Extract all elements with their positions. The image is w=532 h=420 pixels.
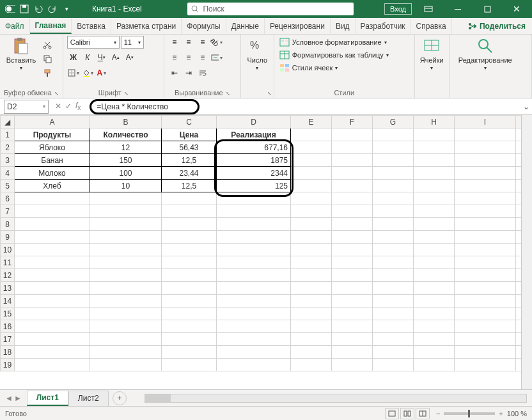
- cell[interactable]: [15, 231, 90, 244]
- cell[interactable]: [15, 269, 90, 282]
- cell[interactable]: [90, 269, 162, 282]
- cell[interactable]: [373, 231, 414, 244]
- cell[interactable]: [90, 256, 162, 269]
- undo-icon[interactable]: [33, 4, 43, 14]
- row-header[interactable]: 13: [1, 282, 15, 295]
- cell[interactable]: [217, 205, 291, 218]
- cell[interactable]: [332, 141, 373, 154]
- cell[interactable]: [162, 333, 217, 346]
- row-header[interactable]: 6: [1, 192, 15, 205]
- cell[interactable]: [291, 167, 332, 180]
- conditional-format-button[interactable]: Условное форматирование▾: [278, 37, 388, 47]
- cell[interactable]: 2344: [217, 167, 291, 180]
- cell[interactable]: [291, 192, 332, 205]
- cell[interactable]: [332, 269, 373, 282]
- cell[interactable]: [373, 141, 414, 154]
- cell[interactable]: [414, 180, 455, 192]
- cell[interactable]: [90, 346, 162, 359]
- cell[interactable]: [332, 320, 373, 333]
- increase-font-button[interactable]: A▴: [109, 51, 122, 64]
- cell[interactable]: [162, 231, 217, 244]
- cut-button[interactable]: [41, 38, 54, 51]
- cell[interactable]: [217, 256, 291, 269]
- cell[interactable]: Хлеб: [15, 180, 90, 192]
- cell[interactable]: [332, 167, 373, 180]
- view-normal-button[interactable]: [385, 408, 399, 419]
- fill-color-button[interactable]: [81, 66, 94, 79]
- row-header[interactable]: 3: [1, 154, 15, 167]
- cell[interactable]: Количество: [90, 128, 162, 141]
- sheet-tab-2[interactable]: Лист2: [68, 391, 109, 406]
- cell[interactable]: [217, 307, 291, 320]
- cell[interactable]: [455, 333, 516, 346]
- cell[interactable]: [162, 307, 217, 320]
- cell[interactable]: [291, 154, 332, 167]
- cell[interactable]: 56,43: [162, 141, 217, 154]
- cell[interactable]: [291, 359, 332, 371]
- cell[interactable]: [90, 218, 162, 231]
- cell[interactable]: [90, 307, 162, 320]
- cell[interactable]: [15, 256, 90, 269]
- sheet-tab-1[interactable]: Лист1: [27, 391, 68, 406]
- cell[interactable]: [291, 320, 332, 333]
- cell[interactable]: [373, 307, 414, 320]
- row-header[interactable]: 1: [1, 128, 15, 141]
- align-right-button[interactable]: ≡: [196, 51, 209, 64]
- cell[interactable]: [414, 244, 455, 256]
- cell[interactable]: [291, 128, 332, 141]
- maximize-button[interactable]: [474, 0, 500, 18]
- cell[interactable]: [455, 256, 516, 269]
- tab-file[interactable]: Файл: [0, 18, 30, 34]
- row-header[interactable]: 9: [1, 231, 15, 244]
- cell[interactable]: [332, 282, 373, 295]
- cell[interactable]: [455, 192, 516, 205]
- cell[interactable]: [414, 192, 455, 205]
- cell[interactable]: [162, 282, 217, 295]
- search-box[interactable]: Поиск: [187, 3, 354, 15]
- cell[interactable]: [15, 218, 90, 231]
- save-icon[interactable]: [19, 4, 29, 14]
- cell[interactable]: [291, 269, 332, 282]
- cell[interactable]: [15, 282, 90, 295]
- cell[interactable]: 12,5: [162, 154, 217, 167]
- cell[interactable]: 150: [90, 154, 162, 167]
- cell[interactable]: [414, 320, 455, 333]
- cell[interactable]: [414, 346, 455, 359]
- cell[interactable]: [291, 256, 332, 269]
- cell[interactable]: [217, 269, 291, 282]
- cell[interactable]: 1875: [217, 154, 291, 167]
- cell[interactable]: [90, 205, 162, 218]
- cell[interactable]: [162, 359, 217, 371]
- row-header[interactable]: 7: [1, 205, 15, 218]
- zoom-in-button[interactable]: +: [499, 410, 503, 417]
- row-header[interactable]: 16: [1, 320, 15, 333]
- cell[interactable]: 12,5: [162, 180, 217, 192]
- cell[interactable]: [455, 218, 516, 231]
- cell[interactable]: [455, 205, 516, 218]
- cell[interactable]: [414, 359, 455, 371]
- horizontal-scrollbar[interactable]: [145, 394, 527, 403]
- cell[interactable]: [291, 333, 332, 346]
- cell[interactable]: [373, 244, 414, 256]
- qat-dropdown-icon[interactable]: ▾: [61, 4, 72, 14]
- tab-home[interactable]: Главная: [30, 18, 72, 34]
- login-button[interactable]: Вход: [384, 3, 412, 15]
- fx-icon[interactable]: fx: [75, 101, 81, 111]
- cell[interactable]: [217, 244, 291, 256]
- cell[interactable]: [373, 359, 414, 371]
- editing-button[interactable]: Редактирование ▾: [453, 36, 517, 71]
- col-header-E[interactable]: E: [291, 116, 332, 128]
- col-header-D[interactable]: D: [217, 116, 291, 128]
- select-all-corner[interactable]: ◢: [1, 116, 15, 128]
- cell[interactable]: 12: [90, 141, 162, 154]
- cell[interactable]: [373, 167, 414, 180]
- add-sheet-button[interactable]: ＋: [113, 391, 127, 405]
- orientation-button[interactable]: ab: [210, 36, 223, 49]
- col-header-I[interactable]: I: [455, 116, 516, 128]
- increase-indent-button[interactable]: ⇥: [182, 66, 195, 79]
- cell[interactable]: [455, 269, 516, 282]
- cell[interactable]: 100: [90, 167, 162, 180]
- row-header[interactable]: 4: [1, 167, 15, 180]
- view-page-break-button[interactable]: [416, 408, 430, 419]
- cell[interactable]: [332, 346, 373, 359]
